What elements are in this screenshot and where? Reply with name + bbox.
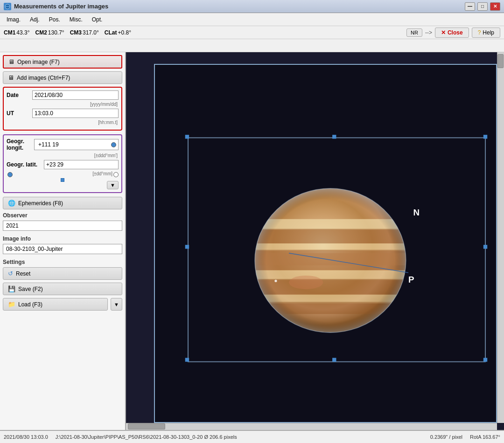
dropdown-button[interactable]: ▼ [107, 181, 119, 189]
ut-input[interactable] [32, 109, 119, 118]
horizontal-scrollbar[interactable] [126, 423, 497, 430]
jupiter-image: N P [155, 65, 496, 422]
svg-rect-20 [185, 135, 189, 138]
clat-value: +0.8° [118, 29, 132, 36]
jupiter-frame: N P [154, 64, 497, 423]
save-label: Save (F2) [18, 286, 43, 292]
circle3-icon [113, 172, 119, 177]
cm2-label: CM2 [35, 29, 47, 36]
save-icon: 💾 [8, 285, 15, 292]
svg-rect-25 [332, 358, 336, 361]
close-button[interactable]: ✕ Close [435, 28, 469, 38]
arrow-indicator: --> [425, 29, 432, 36]
menu-misc[interactable]: Misc. [65, 14, 87, 25]
ephemerides-button[interactable]: 🌐 Ephemerides (F8) [3, 197, 122, 209]
observer-input[interactable] [3, 221, 122, 231]
status-datetime: 2021/08/30 13:03.0 [4, 434, 48, 440]
clat-label: CLat [105, 29, 117, 36]
horizontal-scrollbar-thumb[interactable] [128, 423, 165, 429]
svg-point-18 [274, 280, 277, 282]
date-label: Date [7, 92, 32, 98]
geogr-latit-label: Geogr. latit. [7, 161, 44, 168]
load-icon: 📁 [8, 301, 15, 308]
geogr-longit-row: Geogr. longit. [7, 138, 119, 151]
svg-rect-27 [483, 245, 487, 249]
svg-rect-26 [185, 245, 189, 249]
globe-icon: 🌐 [8, 200, 15, 207]
n-label: N [413, 208, 420, 217]
reset-button[interactable]: ↺ Reset [3, 267, 122, 280]
circle-icon [111, 142, 116, 147]
save-button[interactable]: 💾 Save (F2) [3, 283, 122, 295]
help-button[interactable]: ? Help [472, 28, 500, 38]
maximize-button[interactable]: □ [477, 2, 488, 11]
cm3-value: 317.0° [83, 29, 99, 36]
open-image-button[interactable]: 🖥 Open image (F7) [3, 55, 122, 69]
geogr-longit-label: Geogr. longit. [7, 138, 34, 151]
date-input[interactable] [32, 90, 119, 100]
toolbar2 [0, 39, 504, 52]
menu-adj[interactable]: Adj. [25, 14, 44, 25]
load-label: Load (F3) [18, 301, 42, 308]
ut-label: UT [7, 110, 32, 117]
geogr-longit-input[interactable] [36, 140, 110, 149]
cm1-label: CM1 [4, 29, 15, 36]
help-icon: ? [478, 29, 481, 36]
cm2-value: 130.7° [48, 29, 64, 36]
image-info-label: Image info [3, 235, 122, 242]
statusbar: 2021/08/30 13:03.0 J:\2021-08-30\Jupiter… [0, 430, 504, 443]
svg-rect-23 [483, 358, 487, 361]
resize-handle [61, 178, 64, 182]
p-label: P [408, 275, 414, 284]
geogr-latit-input[interactable] [44, 160, 119, 169]
vertical-scrollbar-thumb[interactable] [497, 54, 504, 68]
date-hint: [yyyy/mm/dd] [7, 102, 119, 107]
svg-point-15 [255, 188, 406, 332]
minimize-button[interactable]: — [465, 2, 475, 11]
settings-label: Settings [3, 259, 122, 265]
close-icon: ✕ [441, 29, 446, 36]
monitor-icon: 🖥 [8, 58, 14, 65]
ut-row: UT [7, 109, 119, 118]
svg-rect-21 [483, 135, 487, 138]
geogr-longit-hint: [±ddd°mm'] [7, 153, 119, 158]
close-window-button[interactable]: ✕ [490, 2, 500, 11]
image-area: N P [126, 52, 504, 430]
reset-label: Reset [16, 270, 30, 277]
add-images-label: Add images (Ctrl+F7) [17, 75, 70, 81]
main-area: 🖥 Open image (F7) 🖥 Add images (Ctrl+F7)… [0, 52, 504, 430]
close-label: Close [448, 29, 463, 36]
ut-hint: [hh:mm.t] [7, 120, 119, 125]
load-dropdown-button[interactable]: ▼ [111, 298, 122, 311]
scroll-area: N P [126, 52, 504, 430]
menu-imag[interactable]: Imag. [2, 14, 25, 25]
menu-opt[interactable]: Opt. [87, 14, 107, 25]
menubar: Imag. Adj. Pos. Misc. Opt. [0, 13, 504, 26]
add-icon: 🖥 [8, 74, 14, 81]
help-label: Help [483, 29, 494, 36]
geogr-latit-hint: [±dd°mm] [13, 171, 113, 176]
svg-rect-22 [185, 358, 189, 361]
geogr-latit-bottom: [±dd°mm] [7, 171, 119, 178]
reset-icon: ↺ [8, 270, 13, 277]
load-button[interactable]: 📁 Load (F3) [3, 298, 108, 311]
vertical-scrollbar[interactable] [497, 52, 504, 423]
geographic-group: Geogr. longit. [±ddd°mm'] Geogr. latit. … [3, 134, 122, 193]
geogr-label-text: Geogr. longit. [7, 138, 24, 151]
circle2-icon [7, 172, 13, 177]
cm-bar: CM1 43.3° CM2 130.7° CM3 317.0° CLat +0.… [0, 26, 504, 39]
image-info-input[interactable] [3, 244, 122, 254]
cm3-label: CM3 [70, 29, 82, 36]
ephemerides-label: Ephemerides (F8) [18, 200, 63, 207]
menu-pos[interactable]: Pos. [44, 14, 65, 25]
dropdown-container: ▼ [7, 181, 119, 189]
load-row: 📁 Load (F3) ▼ [3, 298, 122, 311]
geogr-longit-container [34, 139, 119, 150]
observer-label: Observer [3, 212, 122, 219]
add-images-button[interactable]: 🖥 Add images (Ctrl+F7) [3, 71, 122, 84]
svg-rect-24 [332, 135, 336, 138]
app-icon [4, 3, 11, 10]
nr-button[interactable]: NR [406, 28, 422, 37]
cm1-value: 43.3° [16, 29, 29, 36]
datetime-group: Date [yyyy/mm/dd] UT [hh:mm.t] [3, 87, 122, 131]
